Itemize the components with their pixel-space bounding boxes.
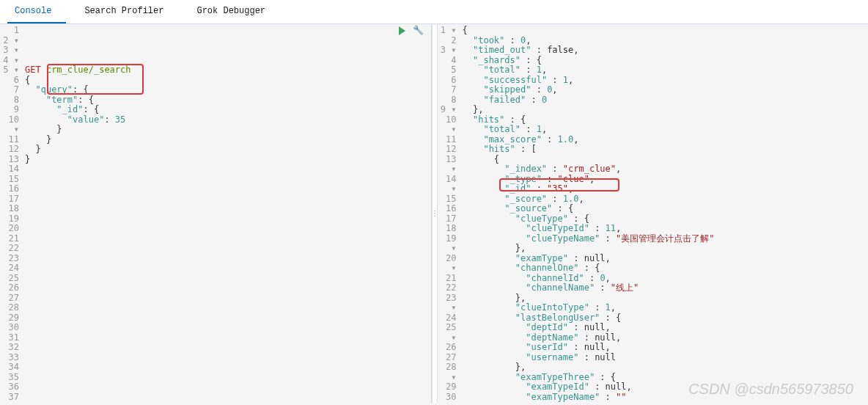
annotation-box <box>47 64 144 95</box>
wrench-button[interactable]: 🔧 <box>413 26 424 36</box>
tab-console[interactable]: Console <box>7 0 66 23</box>
action-bar: 🔧 <box>397 26 424 36</box>
tab-grok-debugger[interactable]: Grok Debugger <box>189 0 280 23</box>
play-button[interactable] <box>397 26 408 36</box>
tab-search-profiler[interactable]: Search Profiler <box>77 0 178 23</box>
tab-bar: Console Search Profiler Grok Debugger <box>0 0 868 24</box>
watermark-text: CSDN @csdn565973850 <box>688 381 853 398</box>
editor-container: 12 ▾3 ▾4 ▾5 ▾678910 ▾1112131415161718192… <box>0 24 868 403</box>
wrench-icon: 🔧 <box>413 26 424 36</box>
annotation-box <box>499 178 619 191</box>
response-gutter: 1 ▾23 ▾456789 ▾10 ▾111213 ▾14 ▾151617181… <box>438 24 461 403</box>
panel-divider[interactable]: ⋮ <box>432 24 438 403</box>
response-panel: 1 ▾23 ▾456789 ▾10 ▾111213 ▾14 ▾151617181… <box>438 24 869 403</box>
request-editor[interactable]: 🔧 GET crm_clue/_search{ "query": { "term… <box>23 24 431 403</box>
response-viewer[interactable]: { "took" : 0, "timed_out" : false, "_sha… <box>461 24 869 403</box>
play-icon <box>399 26 405 35</box>
request-panel: 12 ▾3 ▾4 ▾5 ▾678910 ▾1112131415161718192… <box>0 24 432 403</box>
request-gutter: 12 ▾3 ▾4 ▾5 ▾678910 ▾1112131415161718192… <box>0 24 23 403</box>
